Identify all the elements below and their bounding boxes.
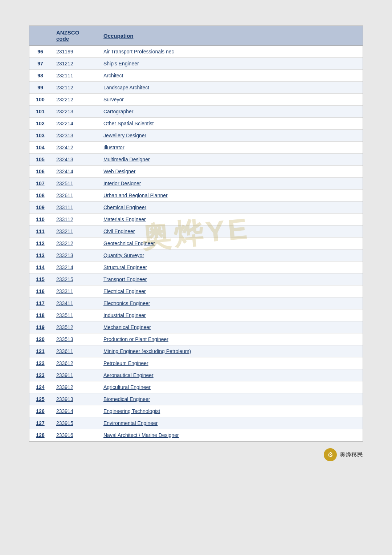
row-id[interactable]: 127 [29,417,51,429]
row-occupation[interactable]: Mining Engineer (excluding Petroleum) [98,345,363,357]
row-occupation[interactable]: Urban and Regional Planner [98,190,363,202]
row-anzsco-code[interactable]: 233112 [51,214,98,226]
row-id[interactable]: 120 [29,333,51,345]
row-id[interactable]: 119 [29,321,51,333]
row-anzsco-code[interactable]: 233411 [51,297,98,309]
row-id[interactable]: 102 [29,118,51,130]
row-id[interactable]: 101 [29,106,51,118]
row-anzsco-code[interactable]: 233511 [51,309,98,321]
row-id[interactable]: 99 [29,82,51,94]
row-anzsco-code[interactable]: 232112 [51,82,98,94]
row-occupation[interactable]: Interior Designer [98,178,363,190]
row-anzsco-code[interactable]: 232313 [51,130,98,142]
row-occupation[interactable]: Illustrator [98,142,363,154]
row-occupation[interactable]: Civil Engineer [98,226,363,238]
col-header-anzsco[interactable]: ANZSCO code [51,26,98,46]
row-anzsco-code[interactable]: 231212 [51,58,98,70]
row-id[interactable]: 110 [29,214,51,226]
row-anzsco-code[interactable]: 233211 [51,226,98,238]
row-id[interactable]: 114 [29,262,51,274]
row-occupation[interactable]: Environmental Engineer [98,417,363,429]
row-anzsco-code[interactable]: 232412 [51,142,98,154]
row-id[interactable]: 98 [29,70,51,82]
row-occupation[interactable]: Production or Plant Engineer [98,333,363,345]
row-anzsco-code[interactable]: 233212 [51,238,98,250]
row-id[interactable]: 124 [29,381,51,393]
row-occupation[interactable]: Materials Engineer [98,214,363,226]
row-anzsco-code[interactable]: 232511 [51,178,98,190]
row-id[interactable]: 111 [29,226,51,238]
row-occupation[interactable]: Agricultural Engineer [98,381,363,393]
row-id[interactable]: 123 [29,369,51,381]
row-occupation[interactable]: Cartographer [98,106,363,118]
row-anzsco-code[interactable]: 233513 [51,333,98,345]
row-id[interactable]: 97 [29,58,51,70]
row-id[interactable]: 121 [29,345,51,357]
row-id[interactable]: 105 [29,154,51,166]
row-anzsco-code[interactable]: 233215 [51,274,98,285]
row-id[interactable]: 116 [29,285,51,297]
row-anzsco-code[interactable]: 233612 [51,357,98,369]
row-id[interactable]: 109 [29,202,51,214]
row-occupation[interactable]: Quantity Surveyor [98,250,363,262]
row-occupation[interactable]: Geotechnical Engineer [98,238,363,250]
row-occupation[interactable]: Electrical Engineer [98,285,363,297]
row-occupation[interactable]: Other Spatial Scientist [98,118,363,130]
row-id[interactable]: 112 [29,238,51,250]
row-id[interactable]: 128 [29,429,51,441]
row-id[interactable]: 100 [29,94,51,106]
row-occupation[interactable]: Naval Architect \ Marine Designer [98,429,363,441]
row-anzsco-code[interactable]: 232111 [51,70,98,82]
row-id[interactable]: 106 [29,166,51,178]
row-anzsco-code[interactable]: 232214 [51,118,98,130]
row-anzsco-code[interactable]: 232611 [51,190,98,202]
row-id[interactable]: 126 [29,405,51,417]
row-anzsco-code[interactable]: 233611 [51,345,98,357]
row-anzsco-code[interactable]: 233214 [51,262,98,274]
row-anzsco-code[interactable]: 233916 [51,429,98,441]
row-occupation[interactable]: Chemical Engineer [98,202,363,214]
row-anzsco-code[interactable]: 231199 [51,46,98,58]
row-occupation[interactable]: Air Transport Professionals nec [98,46,363,58]
row-anzsco-code[interactable]: 233111 [51,202,98,214]
row-id[interactable]: 122 [29,357,51,369]
row-occupation[interactable]: Multimedia Designer [98,154,363,166]
col-header-occupation[interactable]: Occupation [98,26,363,46]
row-anzsco-code[interactable]: 233311 [51,285,98,297]
row-occupation[interactable]: Landscape Architect [98,82,363,94]
row-id[interactable]: 125 [29,393,51,405]
row-anzsco-code[interactable]: 233912 [51,381,98,393]
row-anzsco-code[interactable]: 233913 [51,393,98,405]
row-anzsco-code[interactable]: 232413 [51,154,98,166]
row-id[interactable]: 96 [29,46,51,58]
row-occupation[interactable]: Surveyor [98,94,363,106]
row-occupation[interactable]: Engineering Technologist [98,405,363,417]
row-id[interactable]: 118 [29,309,51,321]
row-occupation[interactable]: Electronics Engineer [98,297,363,309]
row-id[interactable]: 107 [29,178,51,190]
row-occupation[interactable]: Structural Engineer [98,262,363,274]
row-id[interactable]: 117 [29,297,51,309]
row-occupation[interactable]: Mechanical Engineer [98,321,363,333]
row-anzsco-code[interactable]: 232414 [51,166,98,178]
row-anzsco-code[interactable]: 233512 [51,321,98,333]
row-anzsco-code[interactable]: 233213 [51,250,98,262]
row-occupation[interactable]: Web Designer [98,166,363,178]
row-id[interactable]: 108 [29,190,51,202]
row-occupation[interactable]: Petroleum Engineer [98,357,363,369]
row-anzsco-code[interactable]: 232213 [51,106,98,118]
row-id[interactable]: 103 [29,130,51,142]
row-anzsco-code[interactable]: 233911 [51,369,98,381]
row-occupation[interactable]: Jewellery Designer [98,130,363,142]
row-occupation[interactable]: Transport Engineer [98,274,363,285]
row-occupation[interactable]: Ship's Engineer [98,58,363,70]
row-anzsco-code[interactable]: 233915 [51,417,98,429]
row-occupation[interactable]: Industrial Engineer [98,309,363,321]
row-occupation[interactable]: Architect [98,70,363,82]
row-id[interactable]: 104 [29,142,51,154]
row-anzsco-code[interactable]: 233914 [51,405,98,417]
row-id[interactable]: 115 [29,274,51,285]
row-anzsco-code[interactable]: 232212 [51,94,98,106]
row-id[interactable]: 113 [29,250,51,262]
row-occupation[interactable]: Aeronautical Engineer [98,369,363,381]
